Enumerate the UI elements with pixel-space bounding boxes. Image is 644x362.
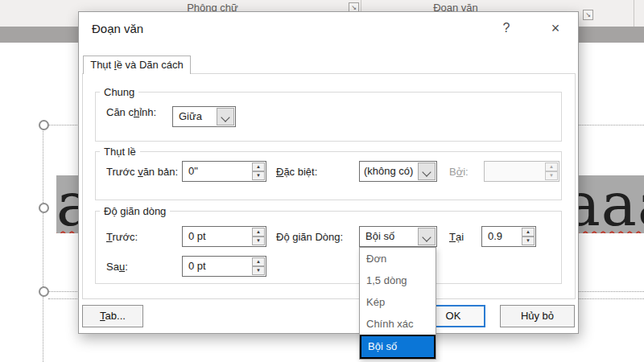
chevron-down-icon[interactable] xyxy=(418,228,436,245)
spacing-before-spinner[interactable]: 0 pt ▲ ▼ xyxy=(182,226,266,247)
by-label: Bởi: xyxy=(449,166,469,178)
spacing-before-value: 0 pt xyxy=(188,227,206,246)
spinner-up-icon[interactable]: ▲ xyxy=(522,228,535,237)
spinner-down-icon[interactable]: ▼ xyxy=(252,237,265,245)
spinner-up-icon: ▲ xyxy=(545,162,558,171)
selection-handle-middle[interactable] xyxy=(39,203,49,213)
spacing-after-spinner[interactable]: 0 pt ▲ ▼ xyxy=(182,256,266,277)
spacing-group xyxy=(95,211,562,284)
ribbon-corner-divider xyxy=(634,0,634,27)
paragraph-dialog: Đoạn văn ? × Thụt lề và Dãn cách Chung C… xyxy=(78,11,579,334)
spinner-down-icon[interactable]: ▼ xyxy=(252,266,265,275)
line-spacing-value: Bội số xyxy=(365,227,394,246)
before-text-spinner[interactable]: 0" ▲ ▼ xyxy=(182,161,266,182)
at-value: 0.9 xyxy=(488,227,502,246)
spinner-up-icon[interactable]: ▲ xyxy=(252,162,265,171)
before-text-label: Trước văn bản: xyxy=(106,166,178,178)
spinner-up-icon[interactable]: ▲ xyxy=(252,257,265,266)
spacing-after-label: Sau: xyxy=(106,261,128,273)
paragraph-dialog-launcher-icon[interactable]: ↘ xyxy=(583,10,593,20)
spacing-group-legend: Độ giãn dòng xyxy=(100,205,170,217)
alignment-dropdown[interactable]: Giữa xyxy=(172,106,236,127)
launcher-arrow-icon: ↘ xyxy=(585,11,591,19)
textbox-border-left[interactable] xyxy=(43,125,43,362)
spinner-down-icon[interactable]: ▼ xyxy=(252,171,265,180)
spinner-down-icon: ▼ xyxy=(545,171,558,180)
screen: Phông chữ Đoạn văn ↘ ↘ aaaaaaaaaaaaaaaaa… xyxy=(0,0,644,362)
spacing-after-value: 0 pt xyxy=(188,257,206,276)
close-icon[interactable]: × xyxy=(544,19,567,38)
by-spinner: ▲ ▼ xyxy=(484,161,559,182)
dropdown-option-1[interactable]: Đơn xyxy=(360,248,436,269)
general-group-legend: Chung xyxy=(100,86,138,98)
chevron-down-icon[interactable] xyxy=(217,108,234,125)
before-text-value: 0" xyxy=(188,162,198,181)
spacing-before-label: Trước: xyxy=(106,231,138,243)
line-spacing-open-list: Đơn1,5 dòngKépChính xácBội số xyxy=(359,247,436,360)
tabs-button[interactable]: Tab... xyxy=(82,305,143,327)
alignment-label: Căn chỉnh: xyxy=(106,106,156,118)
at-spinner[interactable]: 0.9 ▲ ▼ xyxy=(481,226,536,247)
indentation-group-legend: Thụt lề xyxy=(100,146,140,158)
launcher-arrow-icon: ↘ xyxy=(351,4,357,11)
chevron-down-icon[interactable] xyxy=(418,162,436,180)
dropdown-option-2[interactable]: 1,5 dòng xyxy=(360,269,436,291)
line-spacing-dropdown[interactable]: Bội số xyxy=(359,226,437,247)
help-button[interactable]: ? xyxy=(497,19,516,38)
cancel-button[interactable]: Hủy bỏ xyxy=(500,305,575,327)
dropdown-option-4[interactable]: Chính xác xyxy=(360,313,436,335)
line-spacing-label: Độ giãn Dòng: xyxy=(276,231,343,243)
dropdown-option-5[interactable]: Bội số xyxy=(360,335,436,359)
special-label: Đặc biệt: xyxy=(276,166,317,178)
spinner-down-icon[interactable]: ▼ xyxy=(522,237,535,245)
selection-handle-bottom[interactable] xyxy=(39,286,49,297)
special-value: (không có) xyxy=(364,162,413,181)
tab-indents-and-spacing[interactable]: Thụt lề và Dãn cách xyxy=(83,56,191,74)
general-group xyxy=(95,92,562,142)
special-dropdown[interactable]: (không có) xyxy=(359,161,437,182)
dropdown-option-3[interactable]: Kép xyxy=(360,291,436,313)
alignment-value: Giữa xyxy=(179,107,202,126)
selection-handle-top[interactable] xyxy=(39,120,49,130)
dialog-title: Đoạn văn xyxy=(92,22,143,35)
spinner-up-icon[interactable]: ▲ xyxy=(252,228,265,237)
at-label: Tại xyxy=(449,231,464,243)
